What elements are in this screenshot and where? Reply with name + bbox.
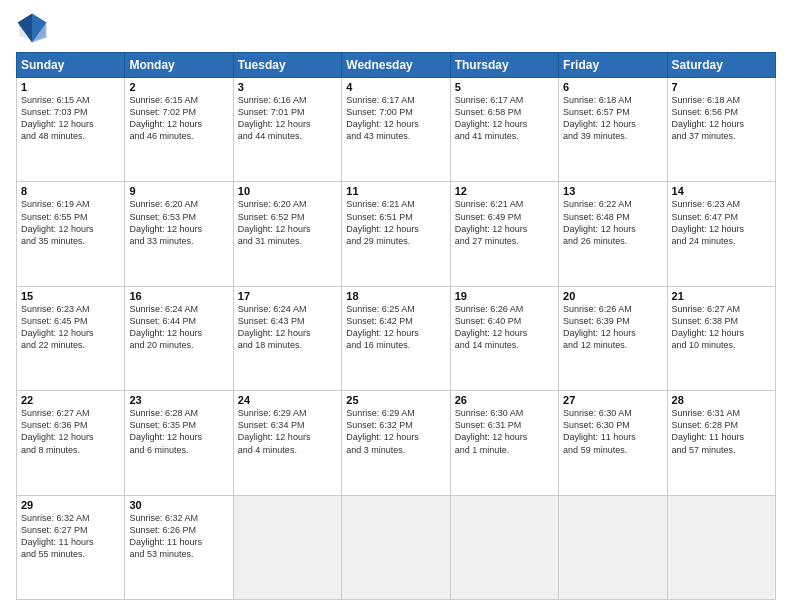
day-number: 9 <box>129 185 228 197</box>
calendar-cell: 24Sunrise: 6:29 AM Sunset: 6:34 PM Dayli… <box>233 391 341 495</box>
day-number: 26 <box>455 394 554 406</box>
day-number: 7 <box>672 81 771 93</box>
cell-text: Sunrise: 6:17 AM Sunset: 6:58 PM Dayligh… <box>455 94 554 143</box>
calendar-cell: 2Sunrise: 6:15 AM Sunset: 7:02 PM Daylig… <box>125 78 233 182</box>
cell-text: Sunrise: 6:20 AM Sunset: 6:53 PM Dayligh… <box>129 198 228 247</box>
calendar-cell: 22Sunrise: 6:27 AM Sunset: 6:36 PM Dayli… <box>17 391 125 495</box>
day-number: 1 <box>21 81 120 93</box>
cell-text: Sunrise: 6:29 AM Sunset: 6:34 PM Dayligh… <box>238 407 337 456</box>
calendar-cell: 28Sunrise: 6:31 AM Sunset: 6:28 PM Dayli… <box>667 391 775 495</box>
cell-text: Sunrise: 6:26 AM Sunset: 6:40 PM Dayligh… <box>455 303 554 352</box>
calendar-week-row: 8Sunrise: 6:19 AM Sunset: 6:55 PM Daylig… <box>17 182 776 286</box>
cell-text: Sunrise: 6:23 AM Sunset: 6:45 PM Dayligh… <box>21 303 120 352</box>
cell-text: Sunrise: 6:21 AM Sunset: 6:51 PM Dayligh… <box>346 198 445 247</box>
day-header-monday: Monday <box>125 53 233 78</box>
logo-icon <box>16 12 48 44</box>
calendar-week-row: 22Sunrise: 6:27 AM Sunset: 6:36 PM Dayli… <box>17 391 776 495</box>
calendar-week-row: 15Sunrise: 6:23 AM Sunset: 6:45 PM Dayli… <box>17 286 776 390</box>
cell-text: Sunrise: 6:20 AM Sunset: 6:52 PM Dayligh… <box>238 198 337 247</box>
day-number: 5 <box>455 81 554 93</box>
day-number: 10 <box>238 185 337 197</box>
day-number: 20 <box>563 290 662 302</box>
calendar-cell: 14Sunrise: 6:23 AM Sunset: 6:47 PM Dayli… <box>667 182 775 286</box>
cell-text: Sunrise: 6:32 AM Sunset: 6:27 PM Dayligh… <box>21 512 120 561</box>
calendar-cell: 1Sunrise: 6:15 AM Sunset: 7:03 PM Daylig… <box>17 78 125 182</box>
day-number: 24 <box>238 394 337 406</box>
calendar-cell <box>342 495 450 599</box>
cell-text: Sunrise: 6:32 AM Sunset: 6:26 PM Dayligh… <box>129 512 228 561</box>
calendar-cell: 20Sunrise: 6:26 AM Sunset: 6:39 PM Dayli… <box>559 286 667 390</box>
calendar-cell: 11Sunrise: 6:21 AM Sunset: 6:51 PM Dayli… <box>342 182 450 286</box>
cell-text: Sunrise: 6:30 AM Sunset: 6:30 PM Dayligh… <box>563 407 662 456</box>
cell-text: Sunrise: 6:22 AM Sunset: 6:48 PM Dayligh… <box>563 198 662 247</box>
cell-text: Sunrise: 6:15 AM Sunset: 7:02 PM Dayligh… <box>129 94 228 143</box>
day-number: 6 <box>563 81 662 93</box>
cell-text: Sunrise: 6:27 AM Sunset: 6:36 PM Dayligh… <box>21 407 120 456</box>
day-number: 17 <box>238 290 337 302</box>
page: SundayMondayTuesdayWednesdayThursdayFrid… <box>0 0 792 612</box>
day-number: 12 <box>455 185 554 197</box>
day-header-friday: Friday <box>559 53 667 78</box>
day-number: 11 <box>346 185 445 197</box>
calendar-cell: 25Sunrise: 6:29 AM Sunset: 6:32 PM Dayli… <box>342 391 450 495</box>
calendar-cell: 29Sunrise: 6:32 AM Sunset: 6:27 PM Dayli… <box>17 495 125 599</box>
calendar-cell: 12Sunrise: 6:21 AM Sunset: 6:49 PM Dayli… <box>450 182 558 286</box>
calendar-cell: 27Sunrise: 6:30 AM Sunset: 6:30 PM Dayli… <box>559 391 667 495</box>
day-number: 30 <box>129 499 228 511</box>
cell-text: Sunrise: 6:31 AM Sunset: 6:28 PM Dayligh… <box>672 407 771 456</box>
day-number: 13 <box>563 185 662 197</box>
day-number: 21 <box>672 290 771 302</box>
day-header-wednesday: Wednesday <box>342 53 450 78</box>
calendar-cell: 23Sunrise: 6:28 AM Sunset: 6:35 PM Dayli… <box>125 391 233 495</box>
calendar-cell: 30Sunrise: 6:32 AM Sunset: 6:26 PM Dayli… <box>125 495 233 599</box>
cell-text: Sunrise: 6:18 AM Sunset: 6:57 PM Dayligh… <box>563 94 662 143</box>
calendar-cell: 8Sunrise: 6:19 AM Sunset: 6:55 PM Daylig… <box>17 182 125 286</box>
cell-text: Sunrise: 6:21 AM Sunset: 6:49 PM Dayligh… <box>455 198 554 247</box>
calendar-cell: 21Sunrise: 6:27 AM Sunset: 6:38 PM Dayli… <box>667 286 775 390</box>
calendar-cell <box>233 495 341 599</box>
cell-text: Sunrise: 6:16 AM Sunset: 7:01 PM Dayligh… <box>238 94 337 143</box>
calendar-cell: 18Sunrise: 6:25 AM Sunset: 6:42 PM Dayli… <box>342 286 450 390</box>
cell-text: Sunrise: 6:24 AM Sunset: 6:43 PM Dayligh… <box>238 303 337 352</box>
day-number: 15 <box>21 290 120 302</box>
day-number: 27 <box>563 394 662 406</box>
day-number: 28 <box>672 394 771 406</box>
calendar-cell: 3Sunrise: 6:16 AM Sunset: 7:01 PM Daylig… <box>233 78 341 182</box>
day-number: 29 <box>21 499 120 511</box>
cell-text: Sunrise: 6:29 AM Sunset: 6:32 PM Dayligh… <box>346 407 445 456</box>
calendar-week-row: 29Sunrise: 6:32 AM Sunset: 6:27 PM Dayli… <box>17 495 776 599</box>
cell-text: Sunrise: 6:27 AM Sunset: 6:38 PM Dayligh… <box>672 303 771 352</box>
calendar-cell: 17Sunrise: 6:24 AM Sunset: 6:43 PM Dayli… <box>233 286 341 390</box>
day-header-thursday: Thursday <box>450 53 558 78</box>
day-number: 25 <box>346 394 445 406</box>
day-number: 8 <box>21 185 120 197</box>
day-header-sunday: Sunday <box>17 53 125 78</box>
calendar-cell: 4Sunrise: 6:17 AM Sunset: 7:00 PM Daylig… <box>342 78 450 182</box>
day-number: 19 <box>455 290 554 302</box>
calendar-cell: 19Sunrise: 6:26 AM Sunset: 6:40 PM Dayli… <box>450 286 558 390</box>
day-number: 2 <box>129 81 228 93</box>
cell-text: Sunrise: 6:17 AM Sunset: 7:00 PM Dayligh… <box>346 94 445 143</box>
calendar-cell: 16Sunrise: 6:24 AM Sunset: 6:44 PM Dayli… <box>125 286 233 390</box>
cell-text: Sunrise: 6:18 AM Sunset: 6:56 PM Dayligh… <box>672 94 771 143</box>
calendar-table: SundayMondayTuesdayWednesdayThursdayFrid… <box>16 52 776 600</box>
calendar-cell: 26Sunrise: 6:30 AM Sunset: 6:31 PM Dayli… <box>450 391 558 495</box>
calendar-cell: 6Sunrise: 6:18 AM Sunset: 6:57 PM Daylig… <box>559 78 667 182</box>
calendar-cell <box>667 495 775 599</box>
day-number: 16 <box>129 290 228 302</box>
calendar-cell: 15Sunrise: 6:23 AM Sunset: 6:45 PM Dayli… <box>17 286 125 390</box>
cell-text: Sunrise: 6:25 AM Sunset: 6:42 PM Dayligh… <box>346 303 445 352</box>
day-header-saturday: Saturday <box>667 53 775 78</box>
day-number: 3 <box>238 81 337 93</box>
cell-text: Sunrise: 6:23 AM Sunset: 6:47 PM Dayligh… <box>672 198 771 247</box>
calendar-cell: 9Sunrise: 6:20 AM Sunset: 6:53 PM Daylig… <box>125 182 233 286</box>
logo <box>16 12 52 44</box>
cell-text: Sunrise: 6:19 AM Sunset: 6:55 PM Dayligh… <box>21 198 120 247</box>
day-number: 4 <box>346 81 445 93</box>
cell-text: Sunrise: 6:26 AM Sunset: 6:39 PM Dayligh… <box>563 303 662 352</box>
day-number: 22 <box>21 394 120 406</box>
calendar-cell: 10Sunrise: 6:20 AM Sunset: 6:52 PM Dayli… <box>233 182 341 286</box>
calendar-cell: 5Sunrise: 6:17 AM Sunset: 6:58 PM Daylig… <box>450 78 558 182</box>
cell-text: Sunrise: 6:15 AM Sunset: 7:03 PM Dayligh… <box>21 94 120 143</box>
day-number: 14 <box>672 185 771 197</box>
